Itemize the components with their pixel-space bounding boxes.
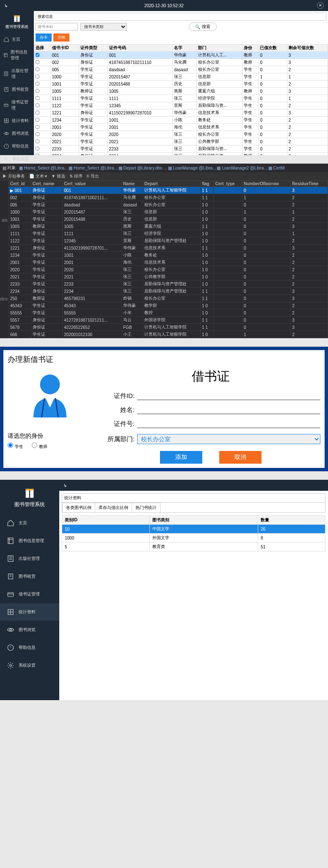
nav-item[interactable]: 出版社管理 — [0, 550, 59, 568]
table-row[interactable]: 005学生证dasdsaddasasd校长办公室学生02 — [34, 66, 328, 73]
table-row[interactable]: 1221身份证411502199907287010华伟豪信息技术系学生03 — [34, 109, 328, 117]
dept-select[interactable]: 校长办公室 — [137, 434, 320, 444]
svg-rect-2 — [4, 72, 8, 76]
table-row[interactable]: 1005教师证1005黑斯重案六组1 103 — [9, 223, 328, 230]
nav-item[interactable]: 主页 — [0, 514, 59, 532]
table-row[interactable]: 002身份证418745188710211110马化腾校长办公室教师03 — [34, 59, 328, 66]
db-table: Cert_idCert_nameCert_valueNameDepartflag… — [8, 181, 328, 338]
db-tab[interactable]: ▦ CertM — [268, 166, 285, 170]
logout-button[interactable]: 注销 — [53, 33, 69, 42]
db-tab[interactable]: ▦ Home_Select @Libra... — [69, 166, 117, 170]
table-row[interactable]: 1111学生证1111张三经济学院学生01 — [34, 95, 328, 102]
table-row[interactable]: 5678身份证42226522652FGB计算机与人工智能学院1 103 — [9, 324, 328, 331]
table-row[interactable]: 1001学生证202015488历史信息部学生02 — [34, 81, 328, 88]
table-row[interactable]: 10中国文学26 — [62, 525, 325, 534]
open-card-button[interactable]: 办卡 — [36, 33, 52, 42]
toolbar-item[interactable]: ▼ 筛选 — [51, 173, 65, 179]
svg-point-16 — [10, 665, 12, 667]
table-row[interactable]: 1122学生证12345里斯后勤保障与资产管理处1 002 — [9, 237, 328, 245]
table-row[interactable]: 2021学生证2021张三公共教学部1 002 — [9, 273, 328, 281]
db-tab[interactable]: ▦ Depart @Library.dbo ... — [119, 166, 167, 170]
table-row[interactable]: 002身份证41874518871002111...马化腾校长办公室1 112 — [9, 194, 328, 201]
close-icon[interactable]: ✕ — [317, 2, 324, 9]
nav-item[interactable]: 统计资料 — [0, 114, 34, 127]
add-button[interactable]: 添加 — [160, 451, 202, 464]
titlebar: ↳ 2020-12-30 10:52:32 ✕ — [0, 0, 328, 11]
identity-label: 请选您的身份 — [8, 432, 55, 440]
svg-rect-10 — [8, 538, 13, 544]
table-row[interactable]: 45343学生证45343华伟豪教学部1 002 — [9, 302, 328, 309]
nav-item[interactable]: 系统设置 — [0, 657, 59, 674]
db-tab[interactable]: ▦ Home_Select @Libra... — [19, 166, 68, 170]
nav-item[interactable]: 帮助信息 — [0, 639, 59, 657]
nav-arrow-icon[interactable]: ↳ — [4, 3, 8, 8]
table-row[interactable]: 1000学生证202015487张三信息部1 011 — [9, 209, 328, 216]
nav-item[interactable]: 出版社管理 — [0, 64, 34, 83]
table-row[interactable]: 2234身份证2234张三后勤保障与资...教师03 — [34, 153, 328, 156]
nav-item[interactable]: 图书租赁 — [0, 83, 34, 96]
table-row[interactable]: 2001学生证2001海伦信息技术系学生02 — [34, 124, 328, 131]
nav-item[interactable]: 图书租赁 — [0, 568, 59, 585]
table-row[interactable]: 1005教师证1005黑斯重案六组教师03 — [34, 88, 328, 95]
toolbar-item[interactable]: ⎘ 导出 — [87, 173, 99, 179]
toolbar-item[interactable]: ⇅ 排序 — [69, 173, 83, 179]
id-field[interactable] — [137, 392, 320, 400]
nav-item[interactable]: 系统设置 — [0, 153, 34, 165]
cert-field[interactable] — [137, 420, 320, 428]
search-button[interactable]: 🔍 搜索 — [189, 22, 217, 31]
object-tab[interactable]: ▤ 对象 — [3, 165, 16, 171]
toolbar-item[interactable]: ▶ 开始事务 — [3, 173, 25, 179]
radio-student[interactable]: 学生 — [8, 443, 23, 449]
avatar-icon — [22, 368, 77, 424]
cancel-button[interactable]: 取消 — [219, 451, 262, 464]
nav-item[interactable]: 主页 — [0, 33, 34, 46]
nav-item[interactable]: 图书信息管理 — [0, 532, 59, 550]
nav-item[interactable]: 帮助信息 — [0, 140, 34, 153]
nav-item[interactable]: 图书信息管理 — [0, 46, 34, 64]
name-field[interactable] — [137, 406, 320, 414]
table-row[interactable]: 1111学生证1111张三经济学院1 001 — [9, 230, 328, 237]
db-tabs: ▤ 对象 ▦ Home_Select @Libra...▦ Home_Selec… — [0, 164, 328, 172]
table-row[interactable]: 2233学生证2233张三后勤保障与资产管理处1 002 — [9, 281, 328, 288]
table-row[interactable]: 2020学生证2020张三校长办公室1 002 — [9, 266, 328, 273]
svg-point-14 — [10, 629, 12, 631]
table-row[interactable]: 250教师证465798231炸锅校长办公室1 103 — [9, 295, 328, 302]
svg-rect-1 — [4, 53, 7, 57]
table-row[interactable]: 55555学生证55555小米教控1 002 — [9, 309, 328, 317]
nav-item[interactable]: 图书浏览 — [0, 127, 34, 140]
sidebar: 图书管理系统 主页图书信息管理出版社管理图书租赁借书证管理统计资料图书浏览帮助信… — [0, 480, 59, 700]
search-section-title: 搜索信息 — [36, 13, 326, 21]
table-row[interactable]: 1122学生证12345里斯后勤保障与资...学生02 — [34, 102, 328, 109]
table-row[interactable]: 5教育类51 — [62, 542, 325, 551]
stats-tab[interactable]: 库存与借出比例 — [95, 503, 132, 512]
toolbar-item[interactable]: 📄 文本 ▾ — [29, 173, 47, 179]
nav-item[interactable]: 借书证管理 — [0, 585, 59, 603]
nav-item[interactable]: 统计资料 — [0, 603, 59, 621]
table-row[interactable]: 1000学生证202015487张三信息部学生11 — [34, 73, 328, 81]
db-tab[interactable]: ▦ LoanManage @Libra... — [168, 166, 216, 170]
table-row[interactable]: 666学生证202001012100小王计算机与人工智能学院1 012 — [9, 331, 328, 338]
nav-arrow-icon[interactable]: ↳ — [63, 483, 67, 488]
table-row[interactable]: 1234学生证1001小陈教务处学生02 — [34, 117, 328, 124]
table-row[interactable]: 005学生证dasdsaddasasd校长办公室1 002 — [9, 201, 328, 209]
table-row[interactable]: 1221身份证41150219990728701...华伟豪信息技术系1 103 — [9, 245, 328, 252]
table-row[interactable]: 1001学生证202015488历史信息部1 002 — [9, 216, 328, 223]
table-row[interactable]: ▶ 001身份证001华伟豪计算机与人工智能学院1 103 — [9, 187, 328, 194]
db-tab[interactable]: ▦ LoanManage2 @Libra... — [217, 166, 267, 170]
table-row[interactable]: 2234身份证2234张三后勤保障与资产管理处1 103 — [9, 288, 328, 295]
table-row[interactable]: 2021学生证2021张三公共教学部学生02 — [34, 138, 328, 145]
stats-tab[interactable]: 各类图书比例 — [62, 503, 95, 512]
nav-item[interactable]: 图书浏览 — [0, 621, 59, 639]
table-row[interactable]: 2020学生证2020张三校长办公室学生02 — [34, 131, 328, 138]
stats-tab[interactable]: 热门书统计 — [132, 503, 160, 512]
table-row[interactable]: 1000外国文学8 — [62, 534, 325, 542]
category-select[interactable]: 借书卡类别 — [80, 23, 127, 31]
table-row[interactable]: 2233学生证2233张三后勤保障与资...学生02 — [34, 145, 328, 153]
radio-teacher[interactable]: 教师 — [32, 443, 47, 449]
search-input[interactable] — [36, 23, 78, 31]
table-row[interactable]: 001身份证001华伟豪计算机与人工...教师03 — [34, 52, 328, 59]
nav-item[interactable]: 借书证管理 — [0, 96, 34, 114]
table-row[interactable]: 1234学生证1001小陈教务处1 002 — [9, 252, 328, 259]
table-row[interactable]: 5557身份证41272818871021211...马云外国语学院1 103 — [9, 317, 328, 324]
table-row[interactable]: 2001学生证2001海伦信息技术系1 002 — [9, 259, 328, 266]
